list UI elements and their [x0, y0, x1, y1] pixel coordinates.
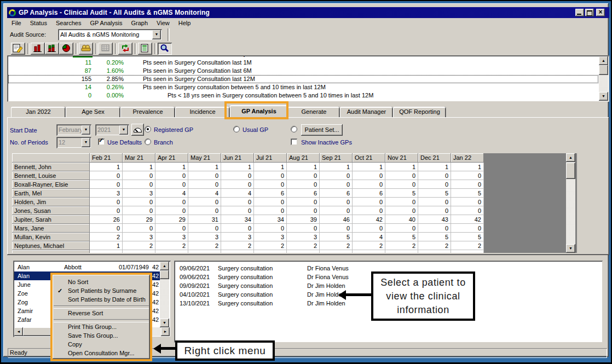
chevron-down-icon[interactable]: ▼ — [82, 138, 90, 147]
audit-row[interactable]: 1552.85%Pts seen in Surgery Consultation… — [8, 75, 598, 83]
tab-qof-reporting[interactable]: QOF Reporting — [393, 107, 446, 117]
grid-column-header[interactable]: Jun 21 — [221, 153, 254, 163]
context-menu-item-reverse-sort[interactable]: Reverse Sort — [53, 309, 150, 317]
scroll-right-icon[interactable]: ► — [161, 327, 170, 336]
context-menu-item-sort-patients-by-surname[interactable]: ✓Sort Patients by Surname — [53, 286, 150, 295]
run-analysis-button[interactable] — [131, 124, 144, 136]
table-disabled-button[interactable] — [99, 43, 113, 55]
show-inactive-checkbox[interactable] — [291, 138, 297, 145]
scroll-down-icon[interactable]: ▼ — [566, 244, 575, 253]
menu-searches[interactable]: Searches — [51, 19, 85, 28]
patient-set-radio[interactable] — [291, 126, 297, 132]
audit-row[interactable]: 140.26%Pts seen in Surgery consultation … — [8, 83, 598, 91]
grid-row[interactable]: Jupiter, Sarah262929313434394642404342 — [12, 215, 577, 224]
grid-column-header[interactable]: Aug 21 — [287, 153, 320, 163]
patient-list-vscrollbar[interactable]: ▲ ▼ — [160, 262, 169, 327]
menu-gp-analysis[interactable]: GP Analysis — [85, 19, 126, 28]
grid-column-header[interactable]: Sep 21 — [320, 153, 353, 163]
grid-row[interactable]: Jones, Susan000000000000 — [12, 206, 577, 215]
chevron-down-icon[interactable]: ▼ — [152, 30, 161, 39]
grid-column-header[interactable]: May 21 — [188, 153, 221, 163]
grid-column-header[interactable]: Nov 21 — [385, 153, 418, 163]
registered-gp-radio[interactable] — [145, 126, 151, 132]
grid-scrollbar[interactable]: ▲ ▼ — [566, 153, 575, 253]
chevron-down-icon[interactable]: ▼ — [82, 125, 90, 135]
patient-row[interactable]: AlanAbbott01/07/194942 — [14, 263, 160, 271]
audit-list-scrollbar[interactable]: ▲ ▼ — [599, 56, 608, 101]
scroll-down-icon[interactable]: ▼ — [599, 92, 608, 101]
context-menu-item-copy[interactable]: Copy — [53, 340, 150, 349]
branch-radio[interactable] — [145, 138, 151, 145]
grid-row[interactable]: Bennett, Louise000000000000 — [12, 171, 577, 180]
scroll-left-icon[interactable]: ◄ — [14, 327, 23, 336]
grid-row[interactable]: Bennett, John111111111111 — [12, 163, 577, 171]
scroll-up-icon[interactable]: ▲ — [566, 153, 575, 162]
menu-status[interactable]: Status — [26, 19, 51, 28]
scroll-up-icon[interactable]: ▲ — [599, 56, 608, 65]
year-select[interactable]: 2021 ▼ — [95, 124, 129, 136]
scroll-down-icon[interactable]: ▼ — [160, 319, 169, 327]
menu-help[interactable]: Help — [174, 19, 195, 28]
grid-column-header[interactable]: Mar 21 — [123, 153, 155, 163]
grid-row[interactable]: Boxall-Rayner, Elsie000000000000 — [12, 180, 577, 189]
report-view-button[interactable] — [138, 43, 152, 55]
grid-row[interactable]: Mars, Jane000000000000 — [12, 224, 577, 233]
scrollbar-thumb[interactable] — [23, 327, 51, 336]
close-button[interactable]: × — [596, 9, 605, 16]
bar-chart-button[interactable] — [31, 43, 45, 55]
stacked-bar-chart-button[interactable] — [45, 43, 59, 55]
grid-row[interactable]: Earth, Mel334446666555 — [12, 189, 577, 198]
grid-column-header[interactable]: Jan 22 — [451, 153, 484, 163]
slide-show-button[interactable] — [79, 43, 93, 55]
grid-row[interactable]: Neptunes, Michael122222222222 — [12, 241, 577, 250]
grid-row[interactable]: Mullan, Kevin233333354555 — [12, 233, 577, 241]
chevron-down-icon[interactable]: ▼ — [119, 125, 128, 135]
context-menu-item-open-consultation-mgr[interactable]: Open Consultation Mgr... — [53, 349, 150, 357]
audit-row[interactable]: 110.20%Pts seen in Surgery Consultation … — [8, 59, 598, 67]
grid-column-header[interactable]: Oct 21 — [353, 153, 385, 163]
usual-gp-radio[interactable] — [233, 126, 240, 132]
tab-jan-2022[interactable]: Jan 2022 — [11, 107, 66, 117]
find-button[interactable] — [158, 43, 172, 55]
scroll-up-icon[interactable]: ▲ — [160, 262, 169, 270]
report-edit-button[interactable] — [11, 43, 25, 55]
grid-cell: 6 — [287, 189, 320, 198]
report-edit-icon — [13, 44, 24, 54]
context-menu-item-print-this-group[interactable]: Print This Group... — [53, 322, 150, 331]
menu-file[interactable]: File — [7, 19, 26, 28]
tab-prevalence[interactable]: Prevalence — [120, 107, 175, 117]
grid-column-header[interactable]: Jul 21 — [254, 153, 287, 163]
menu-view[interactable]: View — [152, 19, 174, 28]
context-menu-item-sort-patients-by-date-of-birth[interactable]: Sort Patients by Date of Birth — [53, 295, 150, 304]
window-title: GP Analysis - Clinical Audit - All Audit… — [19, 9, 210, 16]
scrollbar-thumb[interactable] — [566, 163, 575, 179]
grid-cell: 0 — [451, 206, 484, 215]
periods-select[interactable]: 12 ▼ — [56, 137, 91, 148]
grid-column-header[interactable]: Apr 21 — [155, 153, 188, 163]
grid-cell: 0 — [385, 171, 418, 180]
month-select[interactable]: February ▼ — [56, 124, 91, 136]
context-menu-item-save-this-group[interactable]: Save This Group... — [53, 331, 150, 340]
audit-row[interactable]: 871.60%Pts seen in Surgery Consultation … — [8, 67, 598, 75]
context-menu-item-no-sort[interactable]: No Sort — [53, 278, 150, 286]
scrollbar-thumb[interactable] — [599, 65, 608, 75]
use-defaults-checkbox[interactable]: ✓ — [98, 138, 105, 145]
audit-source-select[interactable]: All Audits & nGMS Monitoring ▼ — [58, 29, 162, 41]
menu-graph[interactable]: Graph — [127, 19, 153, 28]
pie-chart-button[interactable] — [59, 43, 73, 55]
tab-age-sex[interactable]: Age Sex — [66, 107, 120, 117]
patient-set-button[interactable]: Patient Set... — [301, 124, 343, 136]
scrollbar-thumb[interactable] — [160, 270, 169, 279]
tab-incidence[interactable]: Incidence — [175, 107, 230, 117]
context-menu: No Sort✓Sort Patients by SurnameSort Pat… — [50, 273, 152, 361]
audit-row[interactable]: 00.00%Pts < 18 yrs seen in Surgery consu… — [8, 91, 598, 100]
minimize-button[interactable] — [575, 9, 584, 16]
grid-row[interactable]: Holden, Jim000000000000 — [12, 198, 577, 206]
grid-cell: 0 — [385, 224, 418, 233]
tab-audit-manager[interactable]: Audit Manager — [340, 107, 393, 117]
grid-column-header[interactable]: Feb 21 — [90, 153, 123, 163]
grid-column-header[interactable]: Dec 21 — [418, 153, 451, 163]
maximize-button[interactable] — [585, 9, 594, 16]
refresh-button[interactable] — [118, 43, 132, 55]
tab-generate[interactable]: Generate — [288, 107, 340, 117]
